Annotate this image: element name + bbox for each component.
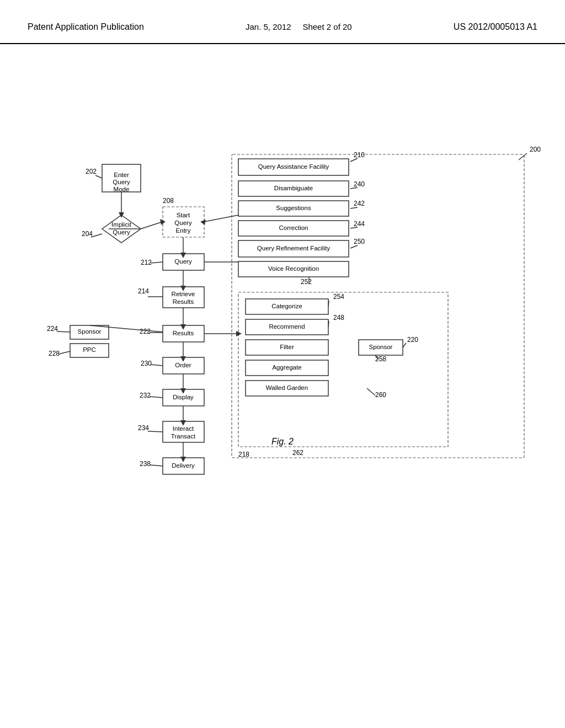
svg-text:254: 254 <box>333 293 344 301</box>
svg-text:Mode: Mode <box>114 186 130 192</box>
svg-line-86 <box>328 301 329 307</box>
svg-text:212: 212 <box>141 259 152 266</box>
svg-text:Suggestions: Suggestions <box>276 205 311 211</box>
svg-line-22 <box>151 262 163 263</box>
svg-line-56 <box>58 351 70 354</box>
svg-line-108 <box>141 222 163 229</box>
svg-text:Sponsor: Sponsor <box>369 344 393 350</box>
svg-text:Results: Results <box>173 298 194 305</box>
svg-text:Display: Display <box>173 394 194 400</box>
svg-text:248: 248 <box>333 314 344 322</box>
svg-text:202: 202 <box>86 168 97 175</box>
header-left: Patent Application Publication <box>28 22 144 32</box>
svg-text:Query: Query <box>113 179 130 185</box>
svg-text:Walled Garden: Walled Garden <box>266 384 308 391</box>
svg-text:Query Refinement Facility: Query Refinement Facility <box>257 245 331 251</box>
svg-text:Implicit: Implicit <box>111 221 132 228</box>
svg-text:Entry: Entry <box>176 227 191 234</box>
svg-text:234: 234 <box>138 424 149 432</box>
svg-text:Voice Recognition: Voice Recognition <box>268 265 319 272</box>
svg-line-44 <box>148 431 163 432</box>
svg-text:204: 204 <box>82 230 93 238</box>
svg-text:240: 240 <box>354 180 365 188</box>
svg-text:Query: Query <box>113 229 130 235</box>
page-header: Patent Application Publication Jan. 5, 2… <box>0 0 565 44</box>
svg-text:Recommend: Recommend <box>269 323 305 330</box>
svg-line-90 <box>328 321 329 327</box>
svg-line-48 <box>150 465 163 466</box>
svg-text:250: 250 <box>354 238 365 245</box>
svg-text:Order: Order <box>175 362 191 368</box>
svg-text:208: 208 <box>163 197 174 205</box>
svg-text:224: 224 <box>47 325 58 333</box>
svg-text:222: 222 <box>140 328 151 335</box>
svg-text:Transact: Transact <box>171 433 196 440</box>
svg-text:230: 230 <box>141 360 152 367</box>
svg-text:262: 262 <box>292 449 303 457</box>
svg-text:Aggregate: Aggregate <box>272 364 301 371</box>
svg-text:Query: Query <box>174 220 192 226</box>
svg-text:Delivery: Delivery <box>172 462 195 469</box>
svg-text:210: 210 <box>354 151 365 159</box>
svg-text:242: 242 <box>354 200 365 207</box>
svg-text:218: 218 <box>238 451 249 458</box>
svg-text:Retrieve: Retrieve <box>172 291 195 297</box>
figure-label: Fig. 2 <box>271 437 294 447</box>
svg-text:Filter: Filter <box>280 344 294 350</box>
svg-text:Enter: Enter <box>114 172 129 178</box>
svg-text:Start: Start <box>177 212 190 218</box>
svg-text:Query Assistance Facility: Query Assistance Facility <box>258 163 329 170</box>
svg-text:232: 232 <box>140 392 151 399</box>
svg-text:Correction: Correction <box>279 224 308 231</box>
header-center: Jan. 5, 2012 Sheet 2 of 20 <box>246 22 352 31</box>
svg-text:220: 220 <box>407 336 418 344</box>
svg-text:PPC: PPC <box>83 346 96 353</box>
svg-text:Sponsor: Sponsor <box>78 328 102 335</box>
svg-text:Query: Query <box>174 258 192 265</box>
svg-text:Results: Results <box>173 330 194 336</box>
svg-text:200: 200 <box>530 146 541 153</box>
header-right: US 2012/0005013 A1 <box>454 22 537 32</box>
svg-text:Categorize: Categorize <box>271 303 302 309</box>
svg-line-52 <box>57 331 70 332</box>
svg-text:244: 244 <box>354 220 365 228</box>
svg-text:238: 238 <box>140 460 151 468</box>
svg-text:260: 260 <box>375 391 386 399</box>
svg-line-35 <box>151 365 163 366</box>
svg-text:214: 214 <box>138 287 149 295</box>
diagram-area: .box-rect { fill: #fff; stroke: #333; st… <box>0 44 565 651</box>
patent-diagram: .box-rect { fill: #fff; stroke: #333; st… <box>0 44 565 540</box>
svg-text:Disambiguate: Disambiguate <box>274 185 313 191</box>
svg-text:252: 252 <box>301 278 312 286</box>
svg-text:258: 258 <box>375 355 386 363</box>
svg-text:Interact: Interact <box>173 425 194 432</box>
svg-text:228: 228 <box>49 350 60 357</box>
svg-line-8 <box>95 175 102 178</box>
svg-line-39 <box>150 397 163 398</box>
